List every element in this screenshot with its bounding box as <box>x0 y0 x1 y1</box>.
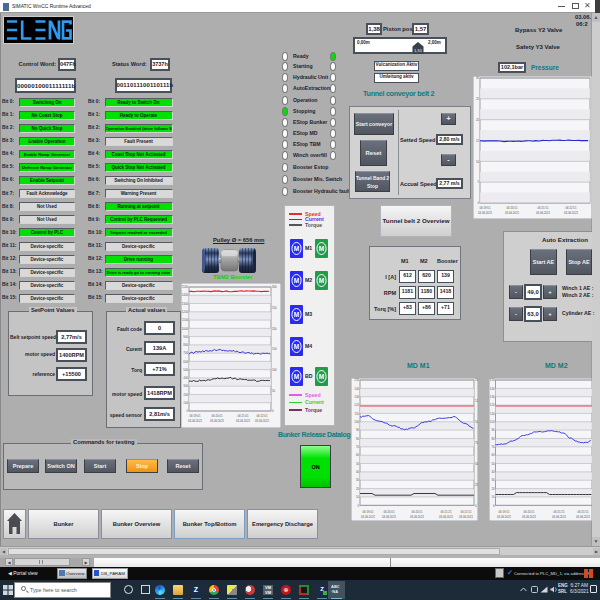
svg-text:50: 50 <box>491 461 495 465</box>
svg-text:M: M <box>319 277 324 284</box>
svg-text:20: 20 <box>356 486 360 490</box>
svg-text:60: 60 <box>491 453 495 457</box>
svg-text:100: 100 <box>272 368 277 372</box>
svg-text:120: 120 <box>354 403 359 407</box>
svg-text:1000: 1000 <box>475 419 478 423</box>
svg-text:30: 30 <box>356 478 360 482</box>
svg-text:03.06.2021: 03.06.2021 <box>410 514 424 518</box>
svg-text:250: 250 <box>272 306 277 310</box>
svg-text:300: 300 <box>183 384 188 388</box>
svg-text:03.06.2021: 03.06.2021 <box>505 211 519 215</box>
svg-text:700: 700 <box>183 351 188 355</box>
svg-text:130: 130 <box>354 394 359 398</box>
svg-text:06:19:51: 06:19:51 <box>480 206 491 210</box>
svg-text:60: 60 <box>356 453 360 457</box>
svg-text:20: 20 <box>476 118 480 122</box>
svg-text:06:19:01: 06:19:01 <box>363 510 374 514</box>
svg-text:06:21:21: 06:21:21 <box>554 510 565 514</box>
svg-text:1400: 1400 <box>182 293 189 297</box>
svg-text:03.06.2021: 03.06.2021 <box>439 514 453 518</box>
svg-text:130: 130 <box>490 394 495 398</box>
svg-text:M: M <box>294 245 299 252</box>
svg-text:1100: 1100 <box>182 318 188 322</box>
svg-text:03.06.2021: 03.06.2021 <box>576 514 590 518</box>
svg-text:06:20:51: 06:20:51 <box>524 510 535 514</box>
svg-text:400: 400 <box>183 376 188 380</box>
svg-text:120: 120 <box>490 403 495 407</box>
svg-text:M: M <box>319 245 324 252</box>
svg-text:110: 110 <box>355 411 360 415</box>
svg-text:100: 100 <box>354 419 359 423</box>
svg-text:06:20:51: 06:20:51 <box>412 510 423 514</box>
svg-text:03.06.2021: 03.06.2021 <box>522 514 536 518</box>
svg-text:03.06.2021: 03.06.2021 <box>210 419 224 423</box>
svg-text:10: 10 <box>476 160 480 164</box>
svg-text:40: 40 <box>356 470 360 474</box>
svg-text:06:20:51: 06:20:51 <box>507 206 518 210</box>
svg-text:03.06.2021: 03.06.2021 <box>236 419 250 423</box>
svg-text:200: 200 <box>183 393 188 397</box>
svg-text:M: M <box>294 277 299 284</box>
svg-text:03.06.2021: 03.06.2021 <box>536 211 550 215</box>
svg-text:25: 25 <box>476 97 480 101</box>
svg-text:06:22:51: 06:22:51 <box>566 206 577 210</box>
svg-text:750: 750 <box>475 440 478 444</box>
svg-text:M: M <box>319 373 324 380</box>
svg-text:100: 100 <box>183 401 188 405</box>
svg-text:10: 10 <box>356 495 360 499</box>
svg-text:80: 80 <box>356 436 360 440</box>
svg-text:90: 90 <box>356 428 360 432</box>
svg-text:80: 80 <box>491 436 495 440</box>
svg-text:M: M <box>294 343 299 350</box>
svg-text:1200: 1200 <box>182 310 189 314</box>
svg-text:06:20:01: 06:20:01 <box>384 510 395 514</box>
svg-text:70: 70 <box>491 445 495 449</box>
svg-text:100: 100 <box>490 419 495 423</box>
svg-text:06:19:01: 06:19:01 <box>190 414 201 418</box>
svg-text:1300: 1300 <box>182 302 189 306</box>
svg-text:06:21:01: 06:21:01 <box>238 414 249 418</box>
svg-text:20: 20 <box>491 486 495 490</box>
svg-text:800: 800 <box>183 343 188 347</box>
svg-text:03.06.2021: 03.06.2021 <box>497 514 511 518</box>
svg-text:50: 50 <box>272 389 276 393</box>
svg-text:1,51: 1,51 <box>414 48 423 53</box>
svg-text:300: 300 <box>272 285 277 289</box>
svg-text:150: 150 <box>272 347 277 351</box>
svg-text:1500: 1500 <box>182 285 189 289</box>
svg-text:1000: 1000 <box>182 327 189 331</box>
svg-text:06:22:01: 06:22:01 <box>257 414 268 418</box>
svg-text:06:21:51: 06:21:51 <box>578 510 589 514</box>
svg-text:03.06.2021: 03.06.2021 <box>382 514 396 518</box>
svg-text:200: 200 <box>272 327 277 331</box>
svg-text:500: 500 <box>183 368 188 372</box>
svg-text:03.06.2021: 03.06.2021 <box>564 211 578 215</box>
svg-text:03.06.2021: 03.06.2021 <box>188 419 202 423</box>
svg-text:150: 150 <box>354 378 359 382</box>
svg-text:30: 30 <box>476 76 480 80</box>
svg-text:140: 140 <box>490 386 495 390</box>
svg-text:06:19:51: 06:19:51 <box>499 510 510 514</box>
svg-text:1250: 1250 <box>475 399 478 403</box>
svg-text:06:21:21: 06:21:21 <box>441 510 452 514</box>
svg-text:150: 150 <box>490 378 495 382</box>
svg-text:03.06.2021: 03.06.2021 <box>552 514 566 518</box>
svg-text:110: 110 <box>490 411 495 415</box>
svg-text:M: M <box>294 311 299 318</box>
svg-text:03.06.2021: 03.06.2021 <box>361 514 375 518</box>
svg-text:40: 40 <box>491 470 495 474</box>
svg-text:03.06.2021: 03.06.2021 <box>478 211 492 215</box>
svg-text:900: 900 <box>183 335 188 339</box>
svg-text:03.06.2021: 03.06.2021 <box>459 514 473 518</box>
svg-text:90: 90 <box>491 428 495 432</box>
svg-text:140: 140 <box>354 386 359 390</box>
svg-text:15: 15 <box>476 139 480 143</box>
svg-text:06:21:51: 06:21:51 <box>538 206 549 210</box>
svg-text:50: 50 <box>356 461 360 465</box>
svg-text:03.06.2021: 03.06.2021 <box>255 419 269 423</box>
svg-text:M: M <box>294 373 299 380</box>
svg-text:600: 600 <box>183 360 188 364</box>
svg-text:70: 70 <box>356 445 360 449</box>
svg-text:10: 10 <box>491 495 495 499</box>
svg-text:250: 250 <box>475 482 478 486</box>
